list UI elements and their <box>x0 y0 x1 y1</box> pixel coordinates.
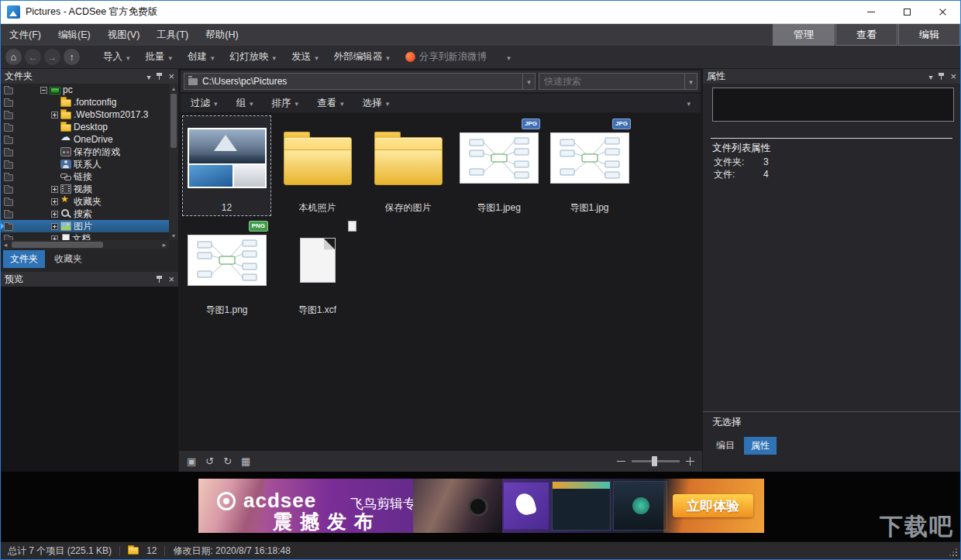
path-bar: C:\Users\pc\Pictures <box>181 70 701 92</box>
scroll-up-icon[interactable] <box>169 84 178 93</box>
thumbnail-daotu1-xcf[interactable]: 导图1.xcf <box>273 218 362 318</box>
menu-help[interactable]: 帮助(H) <box>197 24 246 46</box>
send-button[interactable]: 发送 <box>284 46 326 68</box>
menu-view[interactable]: 视图(V) <box>99 24 149 46</box>
cta-button[interactable]: 立即体验 <box>673 494 753 517</box>
resize-grip[interactable] <box>948 547 957 556</box>
titlebar: Pictures - ACDSee 官方免费版 <box>1 1 960 24</box>
forward-button[interactable] <box>44 49 60 65</box>
tree-item-onedrive[interactable]: OneDrive <box>1 133 169 146</box>
up-button[interactable] <box>64 49 80 65</box>
panel-close-icon[interactable] <box>168 71 174 82</box>
zoom-in-icon[interactable] <box>686 457 694 466</box>
tree-item-fontconfig[interactable]: .fontconfig <box>1 96 169 108</box>
close-icon <box>939 8 947 16</box>
filterbar-overflow-icon[interactable] <box>687 98 691 108</box>
zoom-slider[interactable] <box>632 460 680 462</box>
tree-item-videos[interactable]: 视频 <box>1 183 169 195</box>
batch-button[interactable]: 批量 <box>138 46 181 68</box>
tree-item-webstorm[interactable]: .WebStorm2017.3 <box>1 108 169 121</box>
back-button[interactable] <box>25 49 41 65</box>
tree-vertical-scrollbar[interactable] <box>169 84 178 240</box>
group-button[interactable]: 组 <box>236 97 253 110</box>
menu-tools[interactable]: 工具(T) <box>148 24 197 46</box>
refresh-icon[interactable] <box>223 456 232 466</box>
rotate-left-icon[interactable] <box>205 456 214 466</box>
panel-close-icon[interactable] <box>168 274 174 285</box>
tab-manage[interactable]: 管理 <box>773 24 835 46</box>
layout-icon[interactable] <box>241 456 250 466</box>
thumbnail-12[interactable]: 12 <box>182 115 271 216</box>
tree-horizontal-scrollbar[interactable] <box>1 240 169 249</box>
menu-file[interactable]: 文件(F) <box>1 24 50 46</box>
home-button[interactable] <box>5 49 22 65</box>
tree-item-documents[interactable]: 文档 <box>1 232 169 240</box>
tree-item-pc[interactable]: pc <box>1 84 169 96</box>
search-dropdown-button[interactable] <box>684 74 697 89</box>
preview-panel-header: 预览 <box>1 272 178 287</box>
share-weibo-button[interactable]: 分享到新浪微博 <box>398 46 495 68</box>
thumbnail-saved-pictures[interactable]: 保存的图片 <box>363 115 453 216</box>
thumbnail-local-photos[interactable]: 本机照片 <box>273 115 362 216</box>
filter-button[interactable]: 过滤 <box>191 97 218 110</box>
expand-icon[interactable] <box>51 112 58 119</box>
tree-item-pictures[interactable]: 图片 <box>1 220 169 232</box>
pin-icon[interactable] <box>156 72 163 81</box>
expand-icon[interactable] <box>51 186 58 193</box>
tree-item-contacts[interactable]: 联系人 <box>1 158 169 170</box>
close-button[interactable] <box>925 1 960 23</box>
thumbnail-daotu1-jpeg[interactable]: JPG 导图1.jpeg <box>454 115 543 216</box>
expand-icon[interactable] <box>51 211 58 218</box>
tab-folders[interactable]: 文件夹 <box>3 250 45 268</box>
import-button[interactable]: 导入 <box>95 46 138 68</box>
panel-menu-icon[interactable] <box>928 71 932 82</box>
view-mode-icon[interactable] <box>187 456 196 466</box>
pin-icon[interactable] <box>938 72 945 81</box>
breadcrumb[interactable]: C:\Users\pc\Pictures <box>184 73 536 90</box>
zoom-out-icon[interactable] <box>617 457 625 466</box>
select-button[interactable]: 选择 <box>363 97 390 110</box>
folder-gutter-icon <box>4 112 13 119</box>
view-button[interactable]: 查看 <box>317 97 344 110</box>
thumbnail-daotu1-jpg[interactable]: JPG 导图1.jpg <box>545 115 634 216</box>
tree-item-desktop[interactable]: Desktop <box>1 121 169 133</box>
tree-item-saved-games[interactable]: 保存的游戏 <box>1 146 169 158</box>
collapse-icon[interactable] <box>40 87 47 94</box>
mindmap-thumbnail <box>188 235 266 285</box>
scrollbar-thumb[interactable] <box>12 242 103 248</box>
zoom-slider-thumb[interactable] <box>652 456 657 466</box>
left-panel-tabs: 文件夹 收藏夹 <box>1 249 178 268</box>
ad-banner[interactable]: acdsee 飞鸟剪辑专业版4 震撼发布 立即体验 <box>198 479 764 533</box>
expand-icon[interactable] <box>51 223 58 230</box>
scroll-right-icon[interactable] <box>160 240 169 249</box>
minimize-button[interactable] <box>853 1 889 23</box>
slideshow-button[interactable]: 幻灯放映 <box>222 46 284 68</box>
property-label: 文件: <box>714 168 763 181</box>
toolbar-overflow-icon[interactable] <box>507 52 511 63</box>
pin-icon[interactable] <box>156 275 163 283</box>
separator <box>164 546 165 556</box>
create-button[interactable]: 创建 <box>180 46 222 68</box>
maximize-button[interactable] <box>889 1 925 23</box>
path-dropdown-button[interactable] <box>522 74 535 89</box>
thumbnail-daotu1-png[interactable]: PNG 导图1.png <box>182 218 271 318</box>
tree-item-search[interactable]: 搜索 <box>1 208 169 220</box>
scroll-left-icon[interactable] <box>1 240 10 249</box>
scrollbar-thumb[interactable] <box>170 94 177 148</box>
expand-icon[interactable] <box>51 198 58 205</box>
chevron-down-icon <box>169 52 173 63</box>
external-editor-button[interactable]: 外部编辑器 <box>326 46 398 68</box>
menu-edit[interactable]: 编辑(E) <box>50 24 99 46</box>
tab-catalog[interactable]: 编目 <box>709 437 742 455</box>
tab-edit[interactable]: 编辑 <box>898 24 960 46</box>
search-input[interactable] <box>544 76 684 87</box>
panel-menu-icon[interactable] <box>146 71 150 82</box>
tab-favorites[interactable]: 收藏夹 <box>47 250 89 268</box>
tree-item-favorites[interactable]: 收藏夹 <box>1 195 169 208</box>
sort-button[interactable]: 排序 <box>272 97 299 110</box>
tab-view[interactable]: 查看 <box>835 24 897 46</box>
tree-item-links[interactable]: 链接 <box>1 170 169 183</box>
scroll-down-icon[interactable] <box>169 231 178 240</box>
panel-close-icon[interactable] <box>950 71 956 82</box>
tab-properties[interactable]: 属性 <box>744 437 777 455</box>
